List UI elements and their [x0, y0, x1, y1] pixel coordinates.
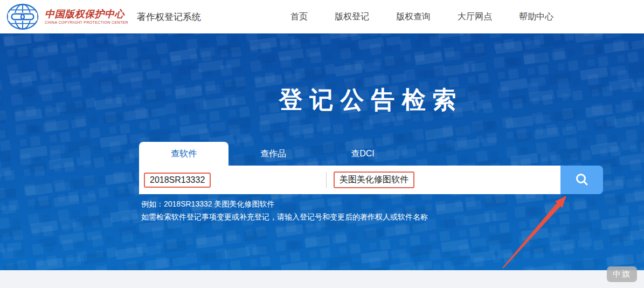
registration-number-input[interactable]: 2018SR13332	[139, 173, 326, 188]
hero-section: 登记公告检索 查软件 查作品 查DCI 2018SR13332 美图美化修图软件	[0, 33, 644, 271]
copyright-center-globe-icon	[5, 2, 40, 32]
tab-dci[interactable]: 查DCI	[318, 142, 407, 166]
work-name-input[interactable]: 美图美化修图软件	[327, 172, 560, 188]
system-title: 著作权登记系统	[137, 11, 201, 23]
footer-strip	[0, 270, 644, 288]
watermark-badge: 中旗	[607, 266, 637, 282]
nav-item-home[interactable]: 首页	[290, 11, 308, 23]
hero-content: 登记公告检索 查软件 查作品 查DCI 2018SR13332 美图美化修图软件	[139, 33, 603, 271]
nav-item-copyright-query[interactable]: 版权查询	[396, 11, 431, 23]
search-button[interactable]	[560, 166, 603, 194]
logo-name-cn: 中国版权保护中心	[45, 9, 128, 19]
tab-software[interactable]: 查软件	[139, 142, 228, 166]
top-header: 中国版权保护中心 CHINA COPYRIGHT PROTECTION CENT…	[0, 0, 644, 33]
logo-name-en: CHINA COPYRIGHT PROTECTION CENTER	[45, 20, 128, 24]
search-magnifier-icon	[574, 173, 589, 187]
site-logo[interactable]: 中国版权保护中心 CHINA COPYRIGHT PROTECTION CENT…	[5, 2, 128, 32]
logo-text: 中国版权保护中心 CHINA COPYRIGHT PROTECTION CENT…	[45, 9, 128, 24]
search-hints: 例如：2018SR13332 美图美化修图软件 如需检索软件登记事项变更或补充登…	[141, 199, 428, 225]
registration-number-highlight-box: 2018SR13332	[144, 173, 211, 188]
hint-change-registration: 如需检索软件登记事项变更或补充登记，请输入登记号和变更后的著作权人或软件名称	[141, 212, 428, 222]
search-tabs: 查软件 查作品 查DCI	[139, 142, 407, 166]
page: 中国版权保护中心 CHINA COPYRIGHT PROTECTION CENT…	[0, 0, 644, 288]
tab-works[interactable]: 查作品	[228, 142, 318, 166]
hint-example: 例如：2018SR13332 美图美化修图软件	[141, 199, 428, 209]
page-title: 登记公告检索	[139, 84, 603, 116]
main-nav: 首页 版权登记 版权查询 大厅网点 帮助中心	[290, 11, 553, 23]
nav-item-copyright-registration[interactable]: 版权登记	[335, 11, 369, 23]
search-bar: 2018SR13332 美图美化修图软件	[139, 166, 560, 194]
nav-item-help-center[interactable]: 帮助中心	[519, 11, 553, 23]
search-row: 2018SR13332 美图美化修图软件	[139, 166, 603, 194]
nav-item-hall-locations[interactable]: 大厅网点	[458, 11, 492, 23]
work-name-highlight-box: 美图美化修图软件	[334, 172, 414, 188]
